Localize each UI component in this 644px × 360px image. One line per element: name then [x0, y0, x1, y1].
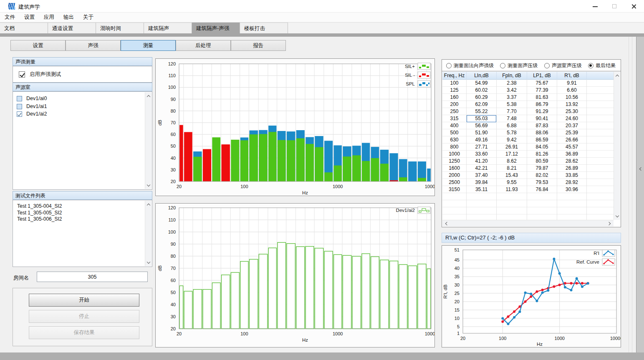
table-cell[interactable] — [497, 207, 527, 214]
radio-circle-0[interactable] — [446, 63, 452, 68]
table-cell[interactable]: 1250 — [442, 158, 467, 165]
start-button[interactable]: 开始 — [29, 294, 139, 307]
scroll-left-icon[interactable] — [444, 222, 448, 226]
table-cell[interactable]: 2.38 — [497, 80, 527, 87]
table-vertical-scrollbar[interactable] — [614, 72, 620, 220]
sub-tab-4[interactable]: 报告 — [231, 40, 286, 51]
table-cell[interactable]: 35.11 — [467, 186, 497, 193]
channel-item-0[interactable]: Dev1/ai0 — [13, 95, 152, 103]
table-cell[interactable]: 800 — [442, 143, 467, 151]
table-cell[interactable]: 20.37 — [557, 122, 587, 129]
table-cell[interactable]: 49.16 — [467, 136, 497, 143]
table-cell[interactable]: 90.41 — [527, 115, 557, 122]
radio-option-1[interactable]: 测量面声压级 — [500, 62, 538, 69]
collapse-left-icon[interactable] — [638, 167, 642, 171]
table-cell[interactable] — [587, 87, 613, 94]
table-cell[interactable]: 77.39 — [527, 87, 557, 94]
scroll-up-icon[interactable] — [146, 202, 151, 206]
table-cell[interactable]: 79.53 — [527, 179, 557, 186]
table-cell[interactable]: 5.78 — [497, 129, 527, 136]
sub-tab-3[interactable]: 后处理 — [176, 40, 231, 51]
table-cell[interactable]: 86.79 — [527, 101, 557, 108]
table-cell[interactable] — [527, 193, 557, 200]
table-cell[interactable] — [467, 207, 497, 214]
table-cell[interactable] — [497, 193, 527, 200]
table-cell[interactable] — [587, 186, 613, 193]
file-item-1[interactable]: Test 1_305-005_SI2 — [13, 210, 152, 217]
sub-tab-1[interactable]: 声强 — [66, 40, 121, 51]
table-cell[interactable] — [587, 122, 613, 129]
main-tab-2[interactable]: 混响时间 — [96, 23, 144, 33]
table-cell[interactable] — [557, 214, 587, 220]
table-cell[interactable] — [497, 200, 527, 207]
table-cell[interactable]: 91.29 — [527, 108, 557, 115]
table-cell[interactable]: 250 — [442, 108, 467, 115]
channel-item-2[interactable]: Dev1/ai2 — [13, 110, 152, 118]
table-cell[interactable]: 315 — [442, 115, 467, 122]
table-cell[interactable] — [557, 200, 587, 207]
scroll-down-icon[interactable] — [146, 183, 151, 187]
table-cell[interactable]: 15.43 — [497, 172, 527, 179]
table-cell[interactable] — [587, 214, 613, 220]
save-results-button[interactable]: 保存结果 — [29, 326, 139, 339]
file-item-0[interactable]: Test 1_305-004_SI2 — [13, 203, 152, 210]
table-cell[interactable]: 11.93 — [497, 186, 527, 193]
table-cell[interactable] — [587, 129, 613, 136]
menu-item-1[interactable]: 设置 — [20, 13, 39, 22]
radio-option-2[interactable]: 声源室声压级 — [544, 62, 582, 69]
table-cell[interactable] — [527, 214, 557, 220]
sub-tab-0[interactable]: 设置 — [10, 40, 66, 51]
table-cell[interactable]: 37.40 — [467, 172, 497, 179]
table-cell[interactable] — [587, 143, 613, 151]
menu-item-0[interactable]: 文件 — [0, 13, 20, 22]
table-cell[interactable] — [587, 101, 613, 108]
table-cell[interactable] — [442, 207, 467, 214]
table-cell[interactable]: 30.96 — [557, 186, 587, 193]
table-cell[interactable] — [587, 136, 613, 143]
table-cell[interactable] — [557, 207, 587, 214]
menu-item-3[interactable]: 输出 — [59, 13, 78, 22]
table-cell[interactable]: 3150 — [442, 186, 467, 193]
table-cell[interactable]: 1600 — [442, 165, 467, 172]
table-cell[interactable]: 1000 — [442, 151, 467, 158]
table-cell[interactable] — [467, 214, 497, 220]
room-name-input[interactable] — [37, 272, 148, 282]
table-cell[interactable]: 62.09 — [467, 101, 497, 108]
table-cell[interactable]: 9.91 — [557, 80, 587, 87]
table-cell[interactable]: 33.85 — [557, 172, 587, 179]
table-cell[interactable] — [587, 80, 613, 87]
table-cell[interactable]: 82.02 — [527, 172, 557, 179]
table-cell[interactable] — [587, 115, 613, 122]
table-cell[interactable] — [527, 207, 557, 214]
radio-circle-1[interactable] — [500, 63, 505, 68]
radio-circle-2[interactable] — [544, 63, 550, 68]
table-cell[interactable] — [587, 151, 613, 158]
table-cell[interactable]: 26.66 — [557, 136, 587, 143]
table-cell[interactable]: 42.21 — [467, 165, 497, 172]
table-cell[interactable] — [442, 193, 467, 200]
menu-item-4[interactable]: 关于 — [78, 13, 98, 22]
table-cell[interactable]: 100 — [442, 80, 467, 87]
table-cell[interactable]: 79.87 — [527, 165, 557, 172]
main-tab-0[interactable]: 文档 — [0, 23, 48, 33]
table-cell[interactable]: 60.29 — [467, 94, 497, 101]
sub-tab-2[interactable]: 测量 — [121, 40, 176, 51]
scroll-up-icon[interactable] — [615, 73, 619, 78]
main-tab-4[interactable]: 建筑隔声-声强 — [192, 23, 240, 33]
scroll-right-icon[interactable] — [608, 222, 612, 226]
table-cell[interactable]: 13.92 — [557, 101, 587, 108]
table-cell[interactable] — [587, 172, 613, 179]
table-cell[interactable]: 17.12 — [497, 151, 527, 158]
table-cell[interactable] — [467, 200, 497, 207]
table-cell[interactable]: 160 — [442, 94, 467, 101]
table-cell[interactable] — [587, 193, 613, 200]
scroll-down-icon[interactable] — [615, 214, 619, 218]
table-cell[interactable]: 41.20 — [467, 158, 497, 165]
scroll-down-icon[interactable] — [146, 260, 151, 264]
maximize-button[interactable] — [605, 0, 624, 13]
table-cell[interactable]: 26.91 — [497, 143, 527, 151]
table-cell[interactable]: 81.26 — [527, 151, 557, 158]
table-horizontal-scrollbar[interactable] — [442, 220, 614, 227]
table-cell[interactable] — [442, 200, 467, 207]
table-cell[interactable]: 2000 — [442, 172, 467, 179]
